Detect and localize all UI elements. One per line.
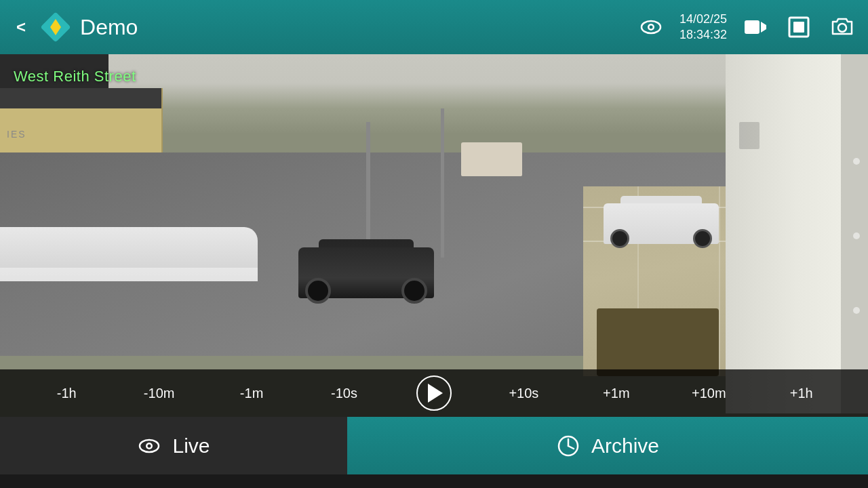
skip-plus-1h-button[interactable]: +1h	[781, 386, 822, 401]
svg-point-12	[148, 444, 151, 447]
stop-button[interactable]	[784, 12, 814, 42]
svg-rect-5	[745, 20, 760, 34]
street-scene: IES	[0, 54, 868, 417]
play-button[interactable]	[416, 375, 452, 411]
tab-live-label: Live	[172, 434, 210, 458]
yard-area	[597, 308, 719, 376]
svg-rect-8	[793, 22, 804, 33]
scroll-dot-2	[853, 232, 860, 239]
car-dark-wheel-right	[401, 278, 427, 304]
back-button[interactable]: <	[11, 12, 31, 42]
skip-plus-10m-button[interactable]: +10m	[688, 386, 729, 401]
datetime-display: 14/02/25 18:34:32	[679, 12, 727, 43]
car-dark-wheel-left	[305, 278, 331, 304]
video-feed: IES	[0, 54, 868, 417]
scroll-indicator	[853, 158, 860, 314]
header-controls: 14/02/25 18:34:32	[636, 12, 857, 43]
svg-point-9	[838, 24, 846, 32]
playback-controls: -1h -10m -1m -10s +10s +1m +10m +1h	[0, 369, 868, 417]
bottom-navigation: Live Archive	[0, 417, 868, 474]
snow-left	[0, 227, 258, 281]
page-title: Demo	[80, 15, 628, 40]
svg-point-4	[649, 26, 652, 29]
svg-marker-6	[761, 22, 766, 33]
tab-archive[interactable]: Archive	[347, 417, 868, 474]
skip-plus-10s-button[interactable]: +10s	[503, 386, 544, 401]
screenshot-button[interactable]	[827, 12, 857, 42]
car-white-wheel-left	[610, 229, 629, 248]
skip-minus-10m-button[interactable]: -10m	[139, 386, 180, 401]
archive-clock-icon	[556, 434, 580, 458]
car-white	[600, 190, 722, 244]
scroll-dot-3	[853, 307, 860, 314]
header: < Demo 14/02/25 18:34:32	[0, 0, 868, 54]
background-van	[461, 142, 522, 176]
skip-plus-1m-button[interactable]: +1m	[596, 386, 637, 401]
tab-live[interactable]: Live	[0, 417, 347, 474]
live-view-icon[interactable]	[636, 12, 666, 42]
car-dark	[292, 230, 441, 298]
skip-minus-1m-button[interactable]: -1m	[231, 386, 272, 401]
car-white-wheel-right	[693, 229, 712, 248]
svg-line-15	[568, 446, 574, 449]
street-pole-2	[441, 108, 444, 258]
scroll-dot-1	[853, 158, 860, 165]
location-label: West Reith Street	[14, 68, 136, 85]
tab-archive-label: Archive	[591, 434, 659, 458]
record-button[interactable]	[741, 12, 770, 42]
play-icon	[428, 384, 443, 403]
app-logo	[39, 11, 72, 43]
skip-minus-10s-button[interactable]: -10s	[324, 386, 365, 401]
skip-minus-1h-button[interactable]: -1h	[46, 386, 87, 401]
live-eye-icon	[137, 434, 161, 458]
